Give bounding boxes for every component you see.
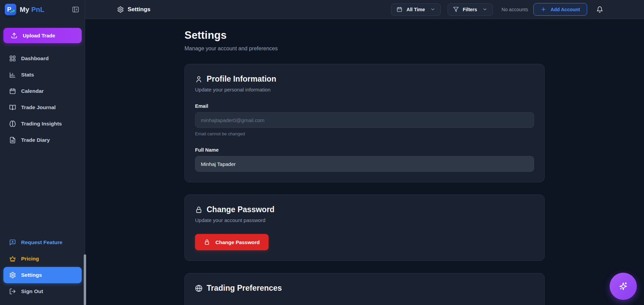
- sidebar-footer-nav: Request Feature Pricing Settings Sign Ou…: [3, 234, 82, 300]
- card-subtitle: Update your account password: [195, 217, 534, 223]
- accounts-status: No accounts: [502, 7, 528, 12]
- upload-trade-button[interactable]: Upload Trade: [3, 28, 82, 43]
- app-logo-icon: P: [5, 4, 16, 15]
- upload-icon: [11, 32, 17, 39]
- full-name-label: Full Name: [195, 147, 534, 153]
- trend-arrow-icon: [10, 9, 15, 13]
- main-content: Settings Manage your account and prefere…: [85, 19, 644, 305]
- profile-information-card: Profile Information Update your personal…: [184, 64, 545, 182]
- globe-icon: [195, 285, 203, 292]
- collapse-sidebar-icon[interactable]: [72, 6, 79, 13]
- sidebar-item-trade-journal[interactable]: Trade Journal: [3, 99, 82, 116]
- card-title: Change Password: [207, 205, 274, 214]
- chevron-down-icon: [482, 7, 487, 12]
- email-label: Email: [195, 103, 534, 109]
- trading-preferences-card: Trading Preferences: [184, 273, 545, 305]
- sidebar-item-calendar[interactable]: Calendar: [3, 83, 82, 99]
- lock-icon: [204, 239, 210, 245]
- filters-dropdown[interactable]: Filters: [448, 3, 493, 16]
- email-field: [195, 112, 534, 128]
- lock-icon: [195, 206, 203, 214]
- app-name: My PnL: [20, 6, 44, 14]
- topbar: Settings All Time Filters: [85, 0, 644, 19]
- ai-assistant-fab[interactable]: [610, 273, 637, 300]
- add-account-button[interactable]: Add Account: [533, 3, 587, 16]
- sidebar-item-pricing[interactable]: Pricing: [3, 251, 82, 267]
- card-title: Profile Information: [207, 74, 276, 84]
- plus-icon: [541, 6, 546, 12]
- dashboard-icon: [9, 55, 16, 62]
- sparkles-icon: [618, 281, 628, 291]
- date-range-dropdown[interactable]: All Time: [391, 3, 440, 16]
- funnel-icon: [453, 6, 459, 12]
- sidebar-item-dashboard[interactable]: Dashboard: [3, 50, 82, 67]
- crown-icon: [9, 255, 16, 262]
- brain-icon: [9, 120, 16, 127]
- page-subtitle: Manage your account and preferences: [184, 46, 545, 52]
- file-text-icon: [9, 137, 16, 143]
- sidebar-item-request-feature[interactable]: Request Feature: [3, 234, 82, 251]
- page-title: Settings: [184, 29, 545, 41]
- sidebar-item-settings[interactable]: Settings: [3, 267, 82, 283]
- email-helper-text: Email cannot be changed: [195, 131, 534, 136]
- calendar-icon: [397, 6, 402, 12]
- notifications-bell-icon[interactable]: [596, 6, 603, 13]
- calendar-icon: [9, 88, 16, 95]
- gear-icon: [117, 6, 124, 13]
- user-icon: [195, 75, 203, 83]
- sidebar: P My PnL Upload Trade Dashboard: [0, 0, 85, 305]
- bar-chart-icon: [9, 71, 16, 78]
- sidebar-item-stats[interactable]: Stats: [3, 67, 82, 83]
- sidebar-item-sign-out[interactable]: Sign Out: [3, 283, 82, 300]
- topbar-actions: All Time Filters No accounts Ad: [391, 3, 603, 16]
- logout-icon: [9, 288, 16, 295]
- gear-icon: [9, 272, 16, 278]
- message-plus-icon: [9, 239, 16, 246]
- change-password-button[interactable]: Change Password: [195, 234, 269, 250]
- full-name-field[interactable]: [195, 156, 534, 172]
- sidebar-item-trade-diary[interactable]: Trade Diary: [3, 132, 82, 148]
- chevron-down-icon: [430, 7, 435, 12]
- sidebar-header: P My PnL: [0, 0, 85, 19]
- card-title: Trading Preferences: [207, 284, 282, 293]
- sidebar-scrollbar-thumb[interactable]: [84, 254, 86, 305]
- book-open-icon: [9, 104, 16, 111]
- sidebar-item-trading-insights[interactable]: Trading Insights: [3, 116, 82, 132]
- sidebar-nav: Dashboard Stats Calendar Trade Journal: [3, 50, 82, 148]
- card-subtitle: Update your personal information: [195, 87, 534, 92]
- topbar-title: Settings: [117, 6, 150, 13]
- change-password-card: Change Password Update your account pass…: [184, 194, 545, 261]
